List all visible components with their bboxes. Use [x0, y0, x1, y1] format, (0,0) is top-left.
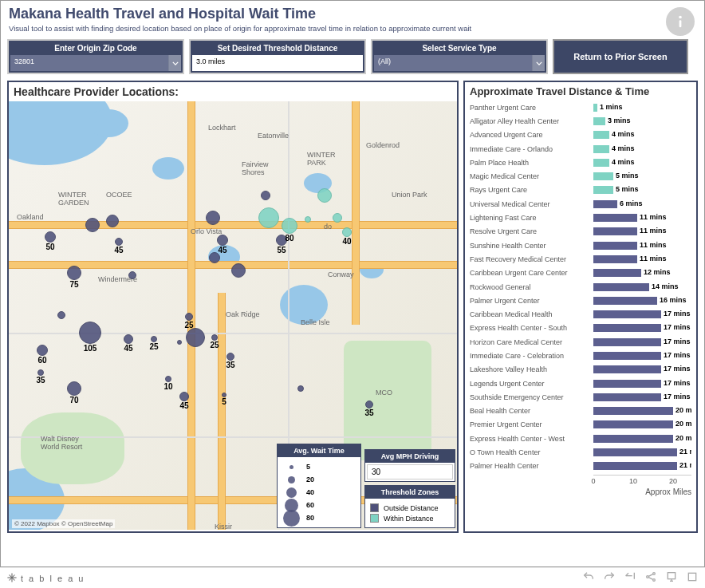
bar-value-label: 5 mins: [616, 185, 639, 193]
bar-row[interactable]: Sunshine Health Center11 mins: [470, 239, 691, 252]
service-dropdown[interactable]: (All): [374, 55, 545, 71]
download-icon[interactable]: [665, 570, 678, 586]
map-bubble[interactable]: [165, 376, 171, 382]
map-bubble[interactable]: [177, 340, 182, 345]
bar-row[interactable]: Immediate Care - Orlando4 mins: [470, 142, 691, 156]
map-bubble[interactable]: [206, 211, 220, 225]
map-bubble[interactable]: [217, 235, 228, 246]
redo-icon[interactable]: [603, 570, 616, 586]
zip-dropdown[interactable]: 32801: [10, 55, 181, 71]
bar-value-label: 11 mins: [640, 255, 667, 262]
bar-row[interactable]: Palm Place Health4 mins: [470, 156, 691, 169]
map-bubble[interactable]: [106, 215, 119, 227]
legend-value: 5: [306, 463, 310, 471]
bar-fill: [593, 338, 661, 346]
map-bubble[interactable]: [333, 213, 342, 223]
map-bubble[interactable]: [45, 231, 56, 243]
bar-row[interactable]: Express Health Center - West20 mins: [470, 432, 691, 445]
bar-row[interactable]: Fast Recovery Medical Center11 mins: [470, 252, 691, 266]
bar-name: Fast Recovery Medical Center: [470, 255, 593, 263]
threshold-input[interactable]: 3.0 miles: [192, 55, 363, 71]
map-bubble[interactable]: [124, 334, 133, 344]
map-bubble[interactable]: [115, 238, 123, 246]
map-bubble[interactable]: [261, 191, 270, 200]
bar-row[interactable]: Premier Urgent Center20 mins: [470, 418, 691, 432]
map-bubble[interactable]: [297, 385, 304, 392]
map-bubble[interactable]: [37, 369, 44, 376]
bar-row[interactable]: Palmer Health Center21 mins: [470, 460, 691, 473]
map-bubble[interactable]: [151, 336, 157, 342]
bar-chart-cell: 5 mins: [593, 172, 691, 181]
bar-row[interactable]: Caribbean Medical Health17 mins: [470, 307, 691, 321]
map-bubble[interactable]: [186, 328, 205, 347]
bar-row[interactable]: Universal Medical Center6 mins: [470, 197, 691, 211]
map-canvas[interactable]: © 2022 Mapbox © OpenStreetMap Avg. Wait …: [9, 101, 457, 530]
map-bubble[interactable]: [365, 401, 373, 408]
map-bubble[interactable]: [231, 263, 246, 278]
map-bubble[interactable]: [79, 322, 101, 344]
bar-row[interactable]: Southside Emergency Center17 mins: [470, 390, 691, 404]
content-row: Healthcare Provider Locations:: [1, 81, 704, 533]
bar-row[interactable]: Caribbean Urgent Care Center12 mins: [470, 266, 691, 280]
controls-row: Enter Origin Zip Code 32801 Set Desired …: [1, 36, 704, 81]
map-bubble[interactable]: [37, 345, 48, 356]
mph-input[interactable]: 30: [367, 464, 453, 479]
map-place-label: Lockhart: [208, 124, 236, 132]
bar-row[interactable]: Lakeshore Valley Health17 mins: [470, 363, 691, 377]
zone-outside[interactable]: Outside Distance: [370, 503, 450, 512]
bar-name: Lightening Fast Care: [470, 214, 593, 222]
tableau-footer: t a b l e a u: [0, 567, 705, 588]
bar-row[interactable]: Panther Urgent Care1 mins: [470, 101, 691, 114]
bar-value-label: 6 mins: [620, 199, 643, 207]
bar-row[interactable]: Rays Urgent Care5 mins: [470, 184, 691, 197]
bar-chart-cell: 20 mins: [593, 434, 691, 444]
bar-row[interactable]: Horizon Care Medical Center17 mins: [470, 335, 691, 349]
share-icon[interactable]: [644, 570, 657, 586]
map-bubble[interactable]: [342, 227, 352, 237]
bar-row[interactable]: Magic Medical Center5 mins: [470, 169, 691, 183]
map-bubble[interactable]: [185, 313, 193, 321]
fullscreen-icon[interactable]: [686, 570, 699, 586]
map-bubble[interactable]: [85, 218, 100, 232]
page-title: Makana Health Travel and Hospital Wait T…: [9, 6, 696, 22]
map-bubble[interactable]: [128, 271, 136, 279]
zone-within[interactable]: Within Distance: [370, 514, 450, 523]
bar-row[interactable]: Advanced Urgent Care4 mins: [470, 128, 691, 142]
zones-body: Outside Distance Within Distance: [365, 499, 455, 527]
bar-value-label: 20 mins: [675, 420, 691, 428]
map-bubble[interactable]: [57, 311, 65, 319]
bar-value-label: 17 mins: [664, 310, 691, 318]
threshold-label: Set Desired Threshold Distance: [191, 41, 364, 55]
bar-row[interactable]: Palmer Urgent Center16 mins: [470, 294, 691, 307]
map-bubble[interactable]: [317, 188, 332, 203]
map-bubble[interactable]: [211, 334, 218, 341]
map-bubble[interactable]: [209, 252, 220, 263]
bar-row[interactable]: Lightening Fast Care11 mins: [470, 211, 691, 224]
map-bubble[interactable]: [258, 207, 279, 228]
map-bubble[interactable]: [179, 392, 189, 401]
map-bubble[interactable]: [226, 353, 234, 361]
map-bubble[interactable]: [305, 216, 311, 223]
bar-row[interactable]: O Town Health Center21 mins: [470, 445, 691, 459]
info-icon[interactable]: [666, 7, 695, 36]
legend-value: 20: [306, 476, 314, 483]
bar-row[interactable]: Legends Urgent Center17 mins: [470, 377, 691, 390]
bar-row[interactable]: Resolve Urgent Care11 mins: [470, 225, 691, 239]
map-bubble-label: 60: [37, 356, 46, 365]
bar-fill: [593, 420, 673, 428]
bar-row[interactable]: Express Health Center - South17 mins: [470, 322, 691, 335]
undo-icon[interactable]: [582, 570, 595, 586]
map-bubble-label: 25: [210, 341, 219, 349]
bar-chart-cell: 5 mins: [593, 185, 691, 195]
map-bubble[interactable]: [67, 381, 81, 396]
bar-row[interactable]: Beal Health Center20 mins: [470, 404, 691, 418]
return-button[interactable]: Return to Prior Screen: [553, 39, 688, 74]
revert-icon[interactable]: [624, 570, 636, 586]
map-bubble[interactable]: [67, 266, 81, 280]
bar-row[interactable]: Rockwood General14 mins: [470, 280, 691, 294]
map-bubble[interactable]: [282, 218, 297, 234]
bar-row[interactable]: Alligator Alley Health Center3 mins: [470, 114, 691, 128]
tableau-logo[interactable]: t a b l e a u: [6, 572, 85, 585]
service-control: Select Service Type (All): [371, 39, 548, 74]
bar-row[interactable]: Immediate Care - Celebration17 mins: [470, 349, 691, 362]
